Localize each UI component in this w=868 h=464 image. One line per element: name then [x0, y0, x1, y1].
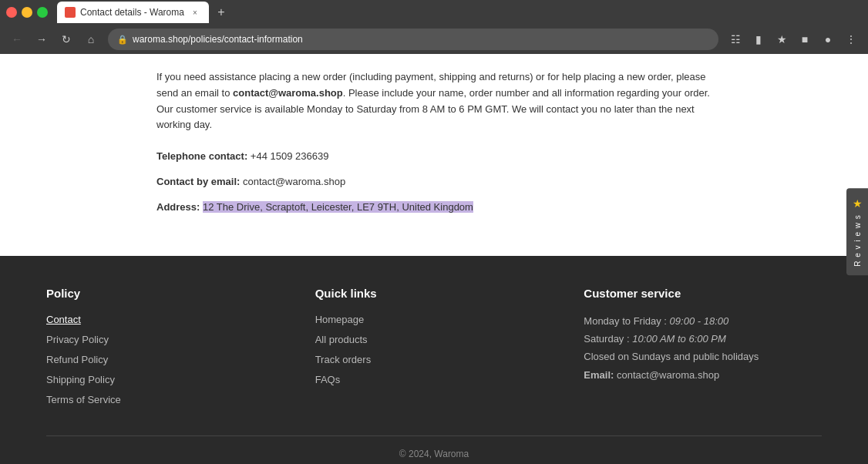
email-contact-value: contact@waroma.shop	[243, 176, 345, 187]
closed-text: Closed on Sundays and public holidays	[584, 348, 822, 365]
minimize-window-btn[interactable]	[22, 7, 32, 18]
tab-title: Contact details - Waroma	[80, 7, 184, 18]
star-icon: ★	[853, 197, 863, 210]
weekday-value: 09:00 - 18:00	[670, 315, 729, 327]
list-item: All products	[315, 332, 553, 346]
forward-button[interactable]: →	[31, 29, 52, 50]
bookmark-button[interactable]: ★	[771, 29, 792, 50]
window-controls	[6, 7, 48, 18]
intro-paragraph: If you need assistance placing a new ord…	[156, 69, 712, 133]
translate-button[interactable]: ☷	[725, 29, 746, 50]
weekday-hours: Monday to Friday : 09:00 - 18:00	[584, 312, 822, 330]
privacy-policy-link[interactable]: Privacy Policy	[46, 334, 109, 345]
new-tab-button[interactable]: +	[212, 3, 230, 22]
policy-links: Contact Privacy Policy Refund Policy Shi…	[46, 312, 284, 406]
list-item: Terms of Service	[46, 392, 284, 406]
lock-icon: 🔒	[117, 35, 128, 45]
customer-service-heading: Customer service	[584, 287, 822, 300]
address-label: Address:	[156, 201, 200, 213]
nav-bar: ← → ↻ ⌂ 🔒 waroma.shop/policies/contact-i…	[0, 25, 868, 54]
email-block: Contact by email: contact@waroma.shop	[156, 174, 712, 190]
track-orders-link[interactable]: Track orders	[315, 354, 371, 365]
footer-policy-section: Policy Contact Privacy Policy Refund Pol…	[46, 287, 284, 412]
footer-customer-service-section: Customer service Monday to Friday : 09:0…	[584, 287, 822, 412]
telephone-value: +44 1509 236639	[251, 150, 329, 162]
list-item: Homepage	[315, 312, 553, 326]
policy-heading: Policy	[46, 287, 284, 300]
saturday-hours: Saturday : 10:00 AM to 6:00 PM	[584, 330, 822, 348]
saturday-value: 10:00 AM to 6:00 PM	[632, 333, 726, 345]
all-products-link[interactable]: All products	[315, 334, 368, 345]
email-contact-label: Contact by email:	[156, 176, 240, 187]
list-item: Contact	[46, 312, 284, 326]
weekday-label: Monday to Friday :	[584, 315, 667, 327]
faqs-link[interactable]: FAQs	[315, 374, 341, 385]
list-item: FAQs	[315, 372, 553, 386]
home-button[interactable]: ⌂	[80, 29, 102, 50]
telephone-label: Telephone contact:	[156, 150, 247, 162]
list-item: Refund Policy	[46, 352, 284, 366]
maximize-window-btn[interactable]	[37, 7, 48, 18]
email-label: Email:	[584, 369, 614, 381]
reviews-label: R e v i e w s	[853, 214, 862, 266]
profile-button[interactable]: ●	[817, 29, 839, 50]
reload-button[interactable]: ↻	[56, 29, 77, 50]
close-window-btn[interactable]	[6, 7, 17, 18]
footer-copyright: © 2024, Waroma	[46, 435, 822, 459]
cast-button[interactable]: ▮	[748, 29, 769, 50]
list-item: Shipping Policy	[46, 372, 284, 386]
main-content: If you need assistance placing a new ord…	[126, 54, 742, 256]
tab-favicon	[65, 7, 76, 18]
reviews-widget[interactable]: ★ R e v i e w s	[846, 188, 868, 275]
tab-bar: Contact details - Waroma × +	[0, 0, 868, 25]
list-item: Track orders	[315, 352, 553, 366]
nav-actions: ☷ ▮ ★ ■ ● ⋮	[725, 29, 862, 50]
copyright-text: © 2024, Waroma	[399, 449, 469, 459]
address-block: Address: 12 The Drive, Scraptoft, Leices…	[156, 200, 712, 216]
email-value: contact@waroma.shop	[617, 369, 719, 381]
extensions-button[interactable]: ■	[794, 29, 816, 50]
active-tab[interactable]: Contact details - Waroma ×	[57, 2, 209, 23]
contact-email-link[interactable]: contact@waroma.shop	[233, 87, 343, 99]
footer: Policy Contact Privacy Policy Refund Pol…	[0, 256, 868, 464]
homepage-link[interactable]: Homepage	[315, 314, 365, 325]
customer-service-info: Monday to Friday : 09:00 - 18:00 Saturda…	[584, 312, 822, 385]
shipping-policy-link[interactable]: Shipping Policy	[46, 374, 115, 385]
address-value: 12 The Drive, Scraptoft, Leicester, LE7 …	[203, 201, 473, 213]
address-bar[interactable]: 🔒 waroma.shop/policies/contact-informati…	[108, 29, 718, 50]
quick-links-list: Homepage All products Track orders FAQs	[315, 312, 553, 386]
url-text: waroma.shop/policies/contact-information	[133, 34, 709, 45]
back-button[interactable]: ←	[6, 29, 28, 50]
saturday-label: Saturday :	[584, 333, 629, 345]
browser-chrome: Contact details - Waroma × + ← → ↻ ⌂ 🔒 w…	[0, 0, 868, 54]
telephone-block: Telephone contact: +44 1509 236639	[156, 149, 712, 165]
menu-button[interactable]: ⋮	[840, 29, 862, 50]
quick-links-heading: Quick links	[315, 287, 553, 300]
tab-close-button[interactable]: ×	[189, 6, 201, 18]
footer-quick-links-section: Quick links Homepage All products Track …	[315, 287, 553, 412]
footer-grid: Policy Contact Privacy Policy Refund Pol…	[46, 287, 822, 412]
service-email: Email: contact@waroma.shop	[584, 366, 822, 384]
list-item: Privacy Policy	[46, 332, 284, 346]
terms-of-service-link[interactable]: Terms of Service	[46, 394, 121, 405]
refund-policy-link[interactable]: Refund Policy	[46, 354, 108, 365]
page-content: If you need assistance placing a new ord…	[0, 54, 868, 464]
contact-link[interactable]: Contact	[46, 314, 81, 325]
